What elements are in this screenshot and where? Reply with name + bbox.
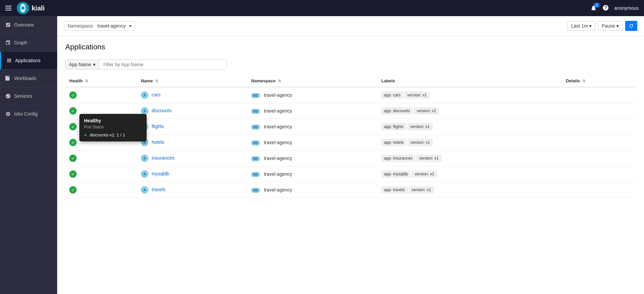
- details-cell: [562, 87, 636, 103]
- applications-icon: [6, 58, 12, 63]
- col-labels[interactable]: Labels: [377, 75, 562, 87]
- app-name-link[interactable]: cars: [152, 92, 160, 97]
- page-title: Applications: [65, 43, 636, 51]
- namespace-cell: NS travel-agency: [247, 166, 377, 182]
- tooltip-item: ● discounts-v1: 1 / 1: [84, 132, 142, 137]
- namespace-sort-icon: ⇅: [278, 79, 281, 83]
- help-button[interactable]: [602, 4, 609, 12]
- table-row: ✓ A hotels NS travel-agency app: hotelsv…: [65, 135, 636, 151]
- namespace-cell: NS travel-agency: [247, 87, 377, 103]
- brand-name: kiali: [32, 4, 45, 12]
- name-cell: A cars: [137, 87, 247, 103]
- app-name-link[interactable]: mysqldb: [152, 171, 169, 176]
- health-icon: ✓: [69, 139, 77, 146]
- sidebar-item-workloads[interactable]: Workloads: [0, 70, 57, 87]
- health-icon: ✓: [69, 155, 77, 162]
- navbar-right: 2 anonymous: [590, 4, 639, 12]
- ns-badge: NS: [251, 109, 260, 114]
- name-cell: A travels: [137, 182, 247, 198]
- graph-icon: [5, 40, 11, 45]
- name-cell: A discounts: [137, 103, 247, 119]
- ns-badge: NS: [251, 188, 260, 193]
- col-name[interactable]: Name ⇅: [137, 75, 247, 87]
- label-tag: version: v1: [409, 186, 434, 193]
- app-name-link[interactable]: hotels: [152, 139, 164, 145]
- health-icon: ✓: [69, 170, 77, 178]
- namespace-value: travel-agency: [264, 140, 292, 145]
- health-icon: ✓: [69, 123, 77, 130]
- tooltip-item-icon: ●: [84, 132, 87, 137]
- health-icon: ✓: [69, 186, 77, 194]
- app-name-link[interactable]: flights: [152, 124, 164, 129]
- name-cell: A flights: [137, 119, 247, 135]
- sidebar-item-overview[interactable]: Overview: [0, 16, 57, 34]
- overview-icon: [5, 22, 11, 28]
- help-icon: [602, 4, 609, 11]
- app-type-badge: A: [141, 186, 148, 194]
- ns-badge: NS: [251, 125, 260, 130]
- col-health[interactable]: Health ⇅: [65, 75, 137, 87]
- label-tag: app: hotels: [381, 139, 407, 146]
- sidebar-item-applications[interactable]: Applications: [0, 52, 57, 70]
- refresh-button[interactable]: [625, 21, 637, 31]
- table-row: ✓ A mysqldb NS travel-agency app: mysqld…: [65, 166, 636, 182]
- health-cell: ✓: [65, 182, 137, 198]
- table-header: Health ⇅ Name ⇅ Namespace ⇅ Labels: [65, 75, 636, 87]
- name-cell: A insurances: [137, 151, 247, 166]
- name-cell: A hotels: [137, 135, 247, 151]
- label-tag: app: insurances: [381, 155, 415, 162]
- label-tag: app: travels: [381, 186, 408, 193]
- username: anonymous: [614, 5, 639, 11]
- col-details[interactable]: Details ⇅: [562, 75, 636, 87]
- name-sort-icon: ⇅: [155, 79, 158, 83]
- refresh-icon: [629, 23, 634, 29]
- page-content: Applications App Name ▾ Health ⇅: [57, 36, 644, 205]
- health-cell: ✓: [65, 166, 137, 182]
- namespace-value: travel-agency: [264, 124, 292, 129]
- istio-config-icon: [5, 111, 11, 117]
- hamburger-menu[interactable]: [5, 6, 11, 10]
- name-cell: A mysqldb: [137, 166, 247, 182]
- sidebar-item-services[interactable]: Services: [0, 87, 57, 105]
- table-row: ✓ Healthy Pod Status ● discounts-v1: 1 /…: [65, 103, 636, 119]
- namespace-value: travel-agency: [264, 171, 292, 177]
- brand-logo: kiali: [17, 2, 45, 14]
- time-label: Last 1m: [571, 23, 588, 29]
- notification-count: 2: [594, 3, 599, 7]
- namespace-value: travel-agency: [98, 23, 126, 29]
- app-name-link[interactable]: travels: [152, 187, 165, 192]
- tooltip-subtitle: Pod Status: [84, 125, 142, 129]
- app-name-link[interactable]: insurances: [152, 155, 175, 161]
- details-cell: [562, 103, 636, 119]
- time-selector[interactable]: Last 1m ▾: [567, 21, 595, 31]
- table-row: ✓ A cars NS travel-agency app: carsversi…: [65, 87, 636, 103]
- namespace-value: travel-agency: [264, 187, 292, 193]
- sidebar-item-workloads-label: Workloads: [14, 76, 36, 81]
- filter-input[interactable]: [99, 60, 226, 69]
- details-cell: [562, 166, 636, 182]
- label-tag: app: discounts: [381, 108, 413, 114]
- sidebar-item-istio-config-label: Istio Config: [14, 111, 38, 117]
- labels-cell: app: flightsversion: v1: [377, 119, 562, 135]
- notification-button[interactable]: 2: [590, 5, 597, 11]
- namespace-selector[interactable]: Namespace: travel-agency ▾: [64, 21, 135, 31]
- table-row: ✓ A flights NS travel-agency app: flight…: [65, 119, 636, 135]
- filter-bar: App Name ▾: [65, 59, 227, 70]
- top-bar-right: Last 1m ▾ Pause ▾: [567, 21, 637, 31]
- filter-type-dropdown-icon: ▾: [93, 62, 96, 67]
- pause-selector[interactable]: Pause ▾: [598, 21, 622, 31]
- app-name-link[interactable]: discounts: [152, 108, 172, 113]
- ns-badge: NS: [251, 93, 260, 98]
- label-tag: version: v1: [408, 123, 432, 130]
- namespace-cell: NS travel-agency: [247, 151, 377, 166]
- health-tooltip-container[interactable]: ✓ Healthy Pod Status ● discounts-v1: 1 /…: [69, 107, 133, 115]
- ns-badge: NS: [251, 140, 260, 145]
- table-row: ✓ A travels NS travel-agency app: travel…: [65, 182, 636, 198]
- health-cell: ✓: [65, 87, 137, 103]
- kiali-logo-icon: [17, 2, 29, 14]
- health-sort-icon: ⇅: [85, 79, 88, 83]
- col-namespace[interactable]: Namespace ⇅: [247, 75, 377, 87]
- sidebar-item-istio-config[interactable]: Istio Config: [0, 105, 57, 123]
- filter-type-selector[interactable]: App Name ▾: [66, 60, 99, 69]
- sidebar-item-graph[interactable]: Graph: [0, 34, 57, 52]
